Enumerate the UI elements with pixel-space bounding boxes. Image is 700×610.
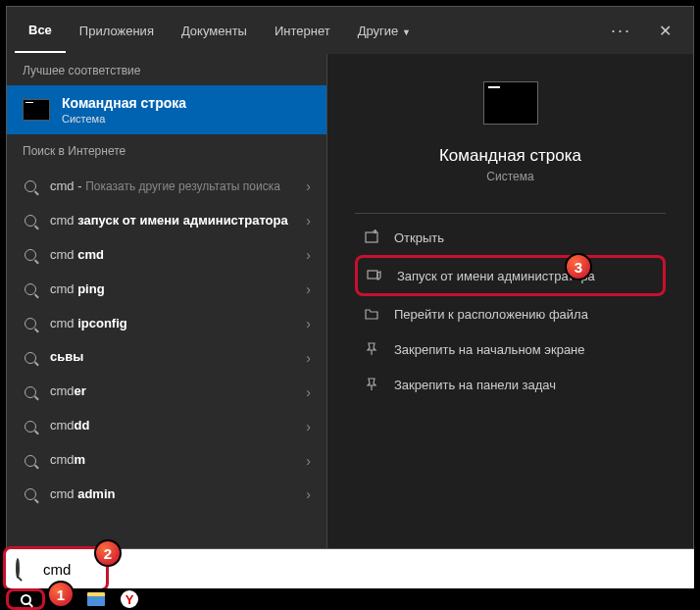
chevron-right-icon: › (306, 178, 311, 194)
search-icon (23, 281, 38, 297)
search-icon (23, 247, 38, 263)
search-panel: Все Приложения Документы Интернет Другие… (6, 6, 694, 549)
internet-result-item[interactable]: сьвы› (7, 340, 326, 375)
search-icon (23, 316, 38, 331)
chevron-right-icon: › (306, 384, 311, 400)
pin-start-icon (363, 340, 380, 358)
close-button[interactable]: ✕ (645, 22, 685, 40)
tab-documents[interactable]: Документы (168, 10, 261, 52)
actions-list: Открыть Запуск от имени администратора П… (327, 213, 693, 402)
action-location-label: Перейти к расположению файла (394, 307, 588, 322)
open-icon (363, 229, 380, 246)
admin-shield-icon (366, 267, 383, 284)
content-area: Лучшее соответствие Командная строка Сис… (7, 54, 693, 548)
search-icon (23, 178, 38, 194)
result-text: cmdm (50, 452, 306, 469)
internet-results: cmd - Показать другие результаты поиска›… (7, 166, 326, 512)
internet-result-item[interactable]: cmd ipconfig› (7, 307, 326, 341)
taskbar: Y (0, 588, 700, 610)
action-pin-start[interactable]: Закрепить на начальном экране (355, 331, 666, 367)
details-title: Командная строка (439, 146, 581, 166)
search-icon (23, 384, 38, 400)
yandex-icon: Y (121, 590, 138, 608)
chevron-right-icon: › (306, 247, 311, 263)
result-text: cmd ipconfig (50, 316, 306, 332)
taskbar-explorer[interactable] (80, 588, 112, 610)
action-open[interactable]: Открыть (355, 220, 666, 255)
annotation-step-2: 2 (94, 539, 122, 567)
taskbar-search-button[interactable] (6, 588, 45, 610)
search-icon (23, 419, 38, 434)
chevron-right-icon: › (306, 486, 311, 502)
best-match-header: Лучшее соответствие (7, 54, 326, 85)
internet-result-item[interactable]: cmd admin› (7, 478, 326, 512)
action-open-label: Открыть (394, 230, 444, 245)
details-subtitle: Система (486, 170, 533, 183)
chevron-right-icon: › (306, 419, 311, 434)
action-pin-taskbar[interactable]: Закрепить на панели задач (355, 367, 666, 402)
result-text: cmd admin (50, 486, 306, 503)
search-icon (23, 213, 38, 229)
result-text: cmddd (50, 418, 306, 434)
search-icon (23, 350, 38, 366)
action-pin-start-label: Закрепить на начальном экране (394, 342, 585, 357)
best-match-text: Командная строка Система (62, 95, 186, 125)
search-icon (23, 453, 38, 469)
annotation-step-3: 3 (565, 253, 592, 280)
svg-rect-0 (366, 232, 377, 242)
result-text: cmd cmd (50, 247, 306, 264)
best-match-item[interactable]: Командная строка Система (7, 85, 326, 134)
internet-result-item[interactable]: cmd ping› (7, 273, 326, 307)
folder-icon (363, 305, 380, 323)
search-input[interactable] (43, 561, 684, 578)
result-text: cmd запуск от имени администратора (50, 213, 306, 229)
action-pin-taskbar-label: Закрепить на панели задач (394, 378, 556, 392)
internet-result-item[interactable]: cmd cmd› (7, 238, 326, 273)
chevron-right-icon: › (306, 213, 311, 229)
chevron-right-icon: › (306, 453, 311, 469)
result-text: сьвы (50, 349, 306, 366)
taskbar-yandex[interactable]: Y (114, 588, 145, 610)
app-large-icon (483, 81, 538, 125)
tab-other[interactable]: Другие ▼ (344, 10, 425, 52)
cmd-icon (23, 99, 50, 121)
chevron-right-icon: › (306, 281, 311, 297)
tab-apps[interactable]: Приложения (66, 10, 168, 52)
internet-result-item[interactable]: cmder› (7, 375, 326, 409)
more-button[interactable]: ··· (597, 21, 645, 41)
chevron-right-icon: › (306, 316, 311, 331)
results-pane: Лучшее соответствие Командная строка Сис… (7, 54, 326, 548)
internet-result-item[interactable]: cmd запуск от имени администратора› (7, 204, 326, 238)
result-text: cmder (50, 383, 306, 400)
tab-all[interactable]: Все (15, 9, 66, 53)
internet-result-item[interactable]: cmdm› (7, 443, 326, 478)
best-match-title: Командная строка (62, 95, 186, 111)
details-pane: Командная строка Система Открыть Запуск … (326, 54, 693, 548)
internet-header: Поиск в Интернете (7, 134, 326, 166)
best-match-subtitle: Система (62, 113, 186, 125)
explorer-icon (87, 592, 105, 606)
pin-taskbar-icon (363, 376, 380, 393)
svg-rect-1 (368, 271, 377, 279)
action-open-location[interactable]: Перейти к расположению файла (355, 296, 666, 331)
annotation-step-1: 1 (47, 581, 75, 608)
search-icon (21, 594, 31, 605)
chevron-right-icon: › (306, 350, 311, 366)
divider (355, 213, 666, 214)
result-text: cmd - Показать другие результаты поиска (50, 178, 306, 195)
search-icon (23, 486, 38, 502)
result-text: cmd ping (50, 281, 306, 298)
internet-result-item[interactable]: cmddd› (7, 409, 326, 443)
search-icon (16, 560, 33, 578)
tabs-bar: Все Приложения Документы Интернет Другие… (7, 7, 693, 54)
action-run-as-admin[interactable]: Запуск от имени администратора (355, 255, 666, 296)
internet-result-item[interactable]: cmd - Показать другие результаты поиска› (7, 170, 326, 204)
tab-internet[interactable]: Интернет (261, 10, 344, 52)
